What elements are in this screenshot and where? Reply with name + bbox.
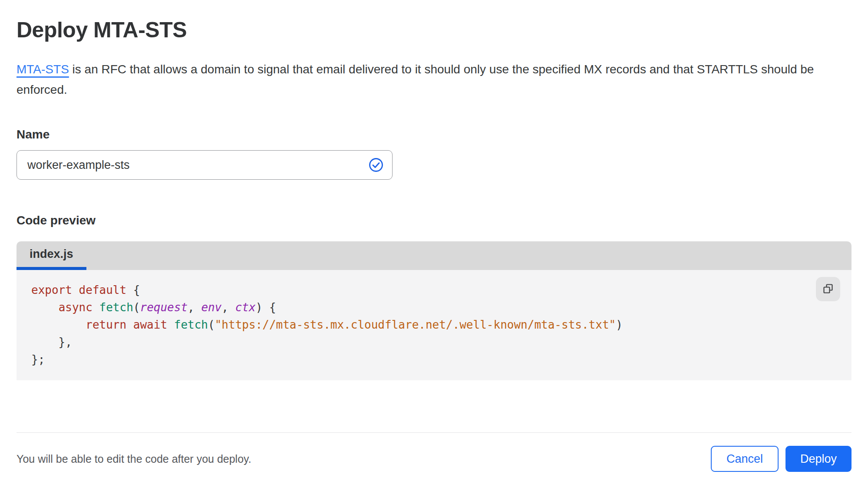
footer-actions: Cancel Deploy — [711, 446, 851, 472]
tab-index-js[interactable]: index.js — [17, 241, 86, 270]
code-line: async fetch(request, env, ctx) { — [31, 299, 851, 316]
deploy-button[interactable]: Deploy — [785, 446, 851, 472]
code-line: }; — [31, 351, 851, 368]
copy-icon — [822, 282, 835, 296]
code-line: return await fetch("https://mta-sts.mx.c… — [31, 316, 851, 333]
footer-note: You will be able to edit the code after … — [17, 453, 251, 465]
code-block: export default { async fetch(request, en… — [31, 281, 851, 368]
copy-button[interactable] — [816, 277, 840, 301]
description-text: is an RFC that allows a domain to signal… — [17, 63, 814, 96]
cancel-button[interactable]: Cancel — [711, 446, 779, 472]
code-tab-bar: index.js — [17, 241, 851, 270]
code-preview-panel: index.js export default { async fetch(re… — [17, 241, 851, 380]
footer: You will be able to edit the code after … — [17, 433, 851, 472]
page-title: Deploy MTA-STS — [17, 17, 851, 43]
name-field — [17, 150, 393, 180]
mta-sts-link[interactable]: MTA-STS — [17, 63, 69, 76]
code-line: export default { — [31, 281, 851, 299]
code-area: export default { async fetch(request, en… — [17, 270, 851, 380]
check-circle-icon — [368, 157, 384, 173]
deploy-mta-sts-page: Deploy MTA-STS MTA-STS is an RFC that al… — [0, 0, 868, 472]
name-label: Name — [17, 128, 851, 142]
description: MTA-STS is an RFC that allows a domain t… — [17, 59, 837, 100]
code-line: }, — [31, 333, 851, 351]
name-input[interactable] — [17, 150, 393, 180]
code-preview-label: Code preview — [17, 214, 851, 227]
